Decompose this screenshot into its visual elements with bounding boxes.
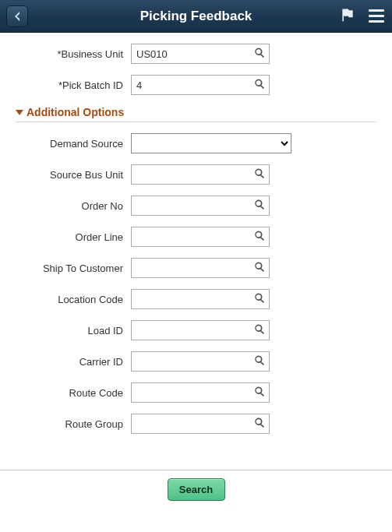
label-location-code: Location Code bbox=[16, 294, 131, 305]
row-load-id: Load ID bbox=[16, 320, 376, 340]
label-ship-to-customer: Ship To Customer bbox=[16, 262, 131, 274]
row-ship-to-customer: Ship To Customer bbox=[16, 258, 376, 278]
field-ship-to-customer bbox=[131, 258, 270, 278]
search-icon[interactable] bbox=[254, 231, 265, 244]
chevron-down-icon bbox=[16, 110, 23, 115]
row-order-no: Order No bbox=[16, 196, 376, 216]
label-order-line: Order Line bbox=[16, 231, 131, 243]
source-bus-unit-input[interactable] bbox=[131, 164, 270, 185]
field-source-bus-unit bbox=[131, 164, 270, 185]
search-icon[interactable] bbox=[254, 79, 265, 92]
header-actions bbox=[339, 7, 386, 25]
field-business-unit bbox=[131, 44, 270, 64]
page-title: Picking Feedback bbox=[0, 9, 392, 24]
field-route-group bbox=[131, 414, 270, 434]
search-icon[interactable] bbox=[254, 355, 265, 368]
row-route-group: Route Group bbox=[16, 414, 376, 434]
label-source-bus-unit: Source Bus Unit bbox=[16, 169, 131, 181]
demand-source-select[interactable] bbox=[131, 133, 291, 153]
label-demand-source: Demand Source bbox=[16, 138, 131, 150]
search-icon[interactable] bbox=[254, 168, 265, 181]
ship-to-customer-input[interactable] bbox=[131, 258, 270, 278]
row-route-code: Route Code bbox=[16, 382, 376, 403]
label-route-group: Route Group bbox=[16, 418, 131, 430]
row-demand-source: Demand Source bbox=[16, 133, 376, 153]
field-route-code bbox=[131, 382, 270, 403]
footer-bar: Search bbox=[0, 470, 392, 513]
location-code-input[interactable] bbox=[131, 289, 270, 309]
primary-fields: *Business Unit *Pick Batch ID Additional… bbox=[0, 33, 392, 448]
field-location-code bbox=[131, 289, 270, 309]
row-location-code: Location Code bbox=[16, 289, 376, 309]
search-icon[interactable] bbox=[254, 324, 265, 337]
label-order-no: Order No bbox=[16, 200, 131, 212]
order-no-input[interactable] bbox=[131, 196, 270, 216]
row-source-bus-unit: Source Bus Unit bbox=[16, 164, 376, 185]
load-id-input[interactable] bbox=[131, 320, 270, 340]
search-icon[interactable] bbox=[254, 417, 265, 431]
pick-batch-id-input[interactable] bbox=[131, 75, 270, 95]
section-additional-options[interactable]: Additional Options bbox=[16, 106, 376, 122]
row-order-line: Order Line bbox=[16, 227, 376, 247]
field-pick-batch-id bbox=[131, 75, 270, 95]
row-carrier-id: Carrier ID bbox=[16, 351, 376, 372]
route-code-input[interactable] bbox=[131, 382, 270, 403]
back-button[interactable] bbox=[6, 5, 28, 27]
label-load-id: Load ID bbox=[16, 325, 131, 336]
search-icon[interactable] bbox=[254, 48, 265, 61]
section-title: Additional Options bbox=[26, 106, 124, 118]
flag-icon[interactable] bbox=[339, 7, 356, 25]
label-pick-batch-id: *Pick Batch ID bbox=[16, 79, 131, 91]
business-unit-input[interactable] bbox=[131, 44, 270, 64]
field-carrier-id bbox=[131, 351, 270, 372]
row-pick-batch-id: *Pick Batch ID bbox=[16, 75, 376, 95]
field-order-no bbox=[131, 196, 270, 216]
chevron-left-icon bbox=[12, 11, 22, 22]
row-business-unit: *Business Unit bbox=[16, 44, 376, 64]
app-header: Picking Feedback bbox=[0, 0, 392, 33]
search-icon[interactable] bbox=[254, 386, 265, 400]
field-load-id bbox=[131, 320, 270, 340]
search-button[interactable]: Search bbox=[168, 478, 225, 501]
field-demand-source bbox=[131, 133, 291, 153]
label-carrier-id: Carrier ID bbox=[16, 356, 131, 368]
search-icon[interactable] bbox=[254, 262, 265, 275]
search-icon[interactable] bbox=[254, 199, 265, 213]
order-line-input[interactable] bbox=[131, 227, 270, 247]
search-icon[interactable] bbox=[254, 293, 265, 306]
menu-icon[interactable] bbox=[367, 8, 386, 24]
carrier-id-input[interactable] bbox=[131, 351, 270, 372]
route-group-input[interactable] bbox=[131, 414, 270, 434]
field-order-line bbox=[131, 227, 270, 247]
label-route-code: Route Code bbox=[16, 387, 131, 399]
label-business-unit: *Business Unit bbox=[16, 48, 131, 60]
